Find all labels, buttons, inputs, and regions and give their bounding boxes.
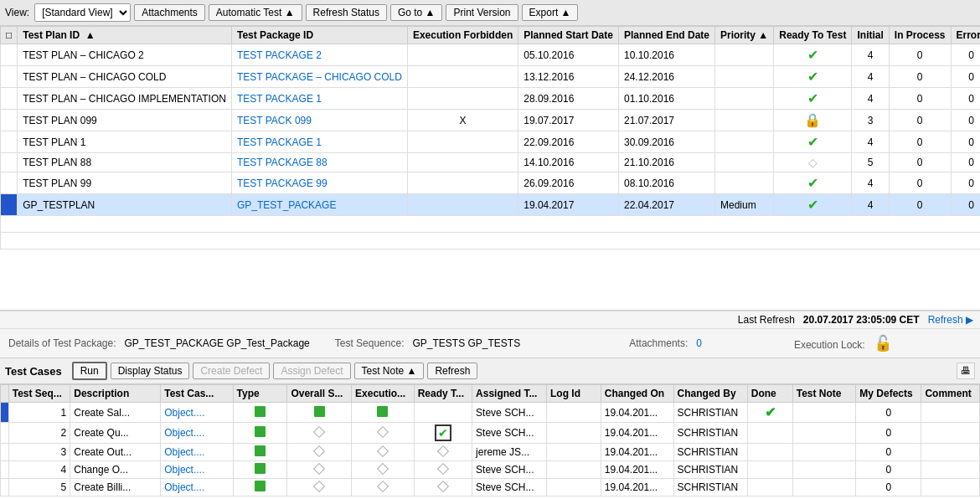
tc-row[interactable]: 5 Create Billi... Object.... Steve SCH..…: [1, 479, 980, 496]
details-lock-label: Execution Lock:: [794, 339, 865, 351]
exec-diamond-icon: [377, 481, 389, 492]
test-cases-header: Test Cases Run Display Status Create Def…: [0, 358, 980, 384]
table-row[interactable]: TEST PLAN 99 TEST PACKAGE 99 26.09.2016 …: [1, 172, 981, 194]
view-label: View:: [5, 7, 29, 18]
col-header-inprocess[interactable]: In Process: [889, 27, 951, 44]
col-header-testcase[interactable]: Test Cas...: [161, 385, 233, 403]
col-header-logid[interactable]: Log Id: [547, 385, 601, 403]
refresh-more-icon[interactable]: ▶: [966, 314, 973, 326]
col-header-comment[interactable]: Comment: [921, 385, 980, 403]
ready-diamond-icon: [437, 463, 449, 475]
col-header-readyt[interactable]: Ready T...: [414, 385, 472, 403]
pkg-link[interactable]: TEST PACKAGE 1: [237, 93, 322, 105]
details-section: Details of Test Package: GP_TEST_PACKAGE…: [0, 329, 980, 358]
type-green-sq-icon: [255, 406, 266, 417]
col-header-overall[interactable]: Overall S...: [287, 385, 352, 403]
tc-link[interactable]: Object....: [164, 446, 204, 458]
tc-table: Test Seq... Description Test Cas... Type…: [0, 384, 980, 496]
assign-defect-btn[interactable]: Assign Defect: [273, 363, 350, 379]
table-row[interactable]: TEST PLAN – CHICAGO 2 TEST PACKAGE 2 05.…: [1, 44, 981, 66]
empty-row: [1, 233, 981, 250]
col-header-mydef[interactable]: My Defects: [856, 385, 921, 403]
ready-check-icon: ✔: [807, 69, 818, 84]
table-row[interactable]: TEST PLAN – CHICAGO IMPLEMENTATION TEST …: [1, 88, 981, 110]
done-check-icon: ✔: [765, 405, 776, 419]
col-header-done[interactable]: Done: [747, 385, 792, 403]
view-select[interactable]: [Standard View]: [34, 3, 131, 22]
refresh-status-btn[interactable]: Refresh Status: [306, 4, 387, 21]
tc-row[interactable]: 2 Create Qu... Object.... ✔ Steve SCH...…: [1, 423, 980, 444]
test-cases-title: Test Cases: [5, 365, 62, 378]
export-btn[interactable]: Export ▲: [522, 4, 579, 21]
tc-row[interactable]: 3 Create Out... Object.... jereme JS... …: [1, 444, 980, 461]
refresh-link[interactable]: Refresh: [928, 314, 963, 326]
col-header-changedby[interactable]: Changed By: [673, 385, 747, 403]
attachments-count[interactable]: 0: [696, 337, 702, 349]
col-header-type[interactable]: Type: [233, 385, 287, 403]
details-package-value: GP_TEST_PACKAGE GP_Test_Package: [125, 337, 310, 349]
table-row[interactable]: TEST PLAN 88 TEST PACKAGE 88 14.10.2016 …: [1, 153, 981, 172]
tc-table-area: Test Seq... Description Test Cas... Type…: [0, 384, 980, 499]
pkg-link[interactable]: TEST PACKAGE – CHICAGO COLD: [237, 71, 402, 83]
col-header-execforbid[interactable]: Execution Forbidden: [407, 27, 518, 44]
main-table: □ Test Plan ID ▲ Test Package ID Executi…: [0, 26, 980, 250]
col-header-testpkgid[interactable]: Test Package ID: [231, 27, 407, 44]
details-sequence: Test Sequence: GP_TESTS GP_TESTS: [335, 337, 520, 349]
tc-row[interactable]: 4 Change O... Object.... Steve SCH... 19…: [1, 461, 980, 479]
col-header-priority[interactable]: Priority ▲: [714, 27, 773, 44]
pkg-link[interactable]: TEST PACKAGE 99: [237, 177, 328, 189]
select-all-icon[interactable]: □: [6, 29, 12, 41]
col-header-assigned[interactable]: Assigned T...: [472, 385, 547, 403]
ready-diamond-icon: [437, 481, 449, 492]
ready-diamond-icon: [437, 445, 449, 457]
col-header-initial[interactable]: Initial: [852, 27, 889, 44]
refresh-timestamp: 20.07.2017 23:05:09 CET: [803, 314, 920, 326]
details-package-label: Details of Test Package:: [8, 337, 116, 349]
table-row[interactable]: TEST PLAN – CHICAGO COLD TEST PACKAGE – …: [1, 66, 981, 88]
display-status-btn[interactable]: Display Status: [111, 363, 190, 379]
type-green-sq-icon: [255, 445, 266, 456]
col-header-planned-end[interactable]: Planned End Date: [618, 27, 714, 44]
table-row[interactable]: TEST PLAN 099 TEST PACK 099 X 19.07.2017…: [1, 110, 981, 131]
attachments-btn[interactable]: Attachments: [134, 4, 205, 21]
col-header-planned-start[interactable]: Planned Start Date: [518, 27, 619, 44]
col-header-testplanid[interactable]: Test Plan ID ▲: [18, 27, 232, 44]
tc-link[interactable]: Object....: [164, 481, 204, 493]
ready-check-icon: ✔: [807, 135, 818, 149]
tc-link[interactable]: Object....: [164, 427, 204, 439]
type-green-sq-icon: [255, 463, 266, 474]
print-tc-icon[interactable]: 🖶: [957, 363, 975, 379]
pkg-link[interactable]: TEST PACKAGE 2: [237, 49, 322, 61]
exec-diamond-icon: [377, 426, 389, 438]
table-row[interactable]: GP_TESTPLAN GP_TEST_PACKAGE 19.04.2017 2…: [1, 194, 981, 216]
diamond-icon: ◇: [808, 156, 818, 169]
col-header-testnote[interactable]: Test Note: [792, 385, 856, 403]
automatic-test-btn[interactable]: Automatic Test ▲: [209, 4, 302, 21]
col-header-desc[interactable]: Description: [70, 385, 161, 403]
col-header-ready[interactable]: Ready To Test: [774, 27, 852, 44]
tc-link[interactable]: Object....: [164, 407, 204, 419]
details-lock: Execution Lock: 🔓: [794, 334, 892, 352]
pkg-link[interactable]: TEST PACKAGE 1: [237, 136, 322, 148]
print-version-btn[interactable]: Print Version: [446, 4, 518, 21]
col-header-errors[interactable]: Errors: [951, 27, 980, 44]
tc-link[interactable]: Object....: [164, 464, 204, 476]
last-refresh-label: Last Refresh: [738, 314, 795, 326]
refresh-tc-btn[interactable]: Refresh: [427, 363, 477, 379]
pkg-link[interactable]: TEST PACKAGE 88: [237, 157, 328, 168]
details-sequence-label: Test Sequence:: [335, 337, 405, 349]
main-table-area: □ Test Plan ID ▲ Test Package ID Executi…: [0, 26, 980, 311]
table-row[interactable]: TEST PLAN 1 TEST PACKAGE 1 22.09.2016 30…: [1, 131, 981, 153]
go-to-btn[interactable]: Go to ▲: [390, 4, 443, 21]
col-header-seq[interactable]: Test Seq...: [8, 385, 70, 403]
col-header-changedon[interactable]: Changed On: [601, 385, 673, 403]
create-defect-btn[interactable]: Create Defect: [193, 363, 270, 379]
pkg-link[interactable]: TEST PACK 099: [237, 115, 312, 126]
run-btn[interactable]: Run: [72, 362, 107, 380]
test-note-btn[interactable]: Test Note ▲: [354, 363, 425, 379]
col-header-execution[interactable]: Executio...: [352, 385, 415, 403]
pkg-link[interactable]: GP_TEST_PACKAGE: [237, 199, 336, 211]
tc-row[interactable]: 1 Create Sal... Object.... Steve SCH... …: [1, 403, 980, 423]
exec-diamond-icon: [377, 445, 389, 457]
overall-green-sq-icon: [314, 406, 325, 417]
